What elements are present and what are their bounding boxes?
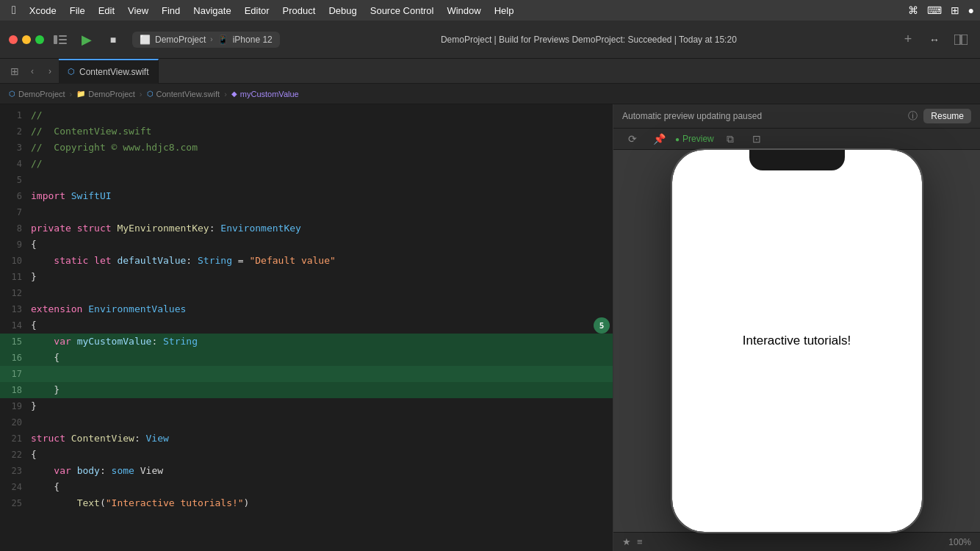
menu-debug[interactable]: Debug bbox=[323, 4, 362, 18]
folder-icon: 📁 bbox=[76, 90, 85, 98]
menu-find[interactable]: Find bbox=[156, 4, 186, 18]
line-content: static let defaultValue: String = "Defau… bbox=[31, 253, 613, 269]
zoom-value: 100% bbox=[948, 537, 971, 547]
breadcrumb-symbol[interactable]: ◆ myCustomValue bbox=[231, 90, 299, 98]
line-number: 6 bbox=[0, 188, 31, 204]
pin-icon[interactable]: 📌 bbox=[649, 129, 669, 149]
split-editor-button[interactable] bbox=[951, 29, 971, 50]
control-center-icon[interactable]: ⊞ bbox=[951, 4, 959, 16]
line-content bbox=[31, 414, 613, 431]
svg-rect-5 bbox=[962, 35, 968, 45]
line-content: // bbox=[31, 107, 613, 123]
tab-contentview-swift[interactable]: ⬡ ContentView.swift bbox=[59, 59, 159, 84]
tab-label: ContentView.swift bbox=[79, 67, 149, 77]
preview-bottom-bar: ★ ≡ 100% bbox=[613, 532, 980, 551]
wifi-icon: ⌘ bbox=[908, 4, 918, 16]
preview-status-text: Automatic preview updating paused bbox=[622, 111, 902, 121]
code-line: 6import SwiftUI bbox=[0, 188, 613, 204]
preview-bookmark-icon[interactable]: ★ bbox=[622, 536, 631, 547]
iphone-screen: Interactive tutorials! bbox=[672, 150, 922, 532]
code-line: 3// Copyright © www.hdjc8.com bbox=[0, 140, 613, 156]
code-line: 21struct ContentView: View bbox=[0, 431, 613, 447]
preview-panel: Automatic preview updating paused ⓘ Resu… bbox=[613, 104, 980, 551]
stop-button[interactable]: ■ bbox=[103, 29, 123, 50]
menu-window[interactable]: Window bbox=[441, 4, 486, 18]
menu-source-control[interactable]: Source Control bbox=[364, 4, 440, 18]
breadcrumb-project[interactable]: ⬡ DemoProject bbox=[9, 90, 65, 98]
menu-editor[interactable]: Editor bbox=[239, 4, 275, 18]
svg-rect-3 bbox=[59, 43, 67, 44]
build-status: DemoProject | Build for Previews DemoPro… bbox=[286, 35, 892, 45]
breadcrumb-file[interactable]: ⬡ ContentView.swift bbox=[147, 90, 220, 98]
line-number: 8 bbox=[0, 220, 31, 237]
line-content: { bbox=[31, 350, 613, 366]
line-content bbox=[31, 366, 613, 382]
line-content: private struct MyEnvironmentKey: Environ… bbox=[31, 220, 613, 237]
menu-file[interactable]: File bbox=[64, 4, 91, 18]
line-content: } bbox=[31, 382, 613, 398]
close-button[interactable] bbox=[9, 35, 18, 44]
code-line: 2// ContentView.swift bbox=[0, 123, 613, 140]
code-line: 20 bbox=[0, 414, 613, 431]
apple-menu[interactable]:  bbox=[6, 4, 22, 17]
svg-rect-4 bbox=[954, 35, 960, 45]
preview-list-icon[interactable]: ≡ bbox=[637, 536, 643, 547]
preview-toolbar: Automatic preview updating paused ⓘ Resu… bbox=[613, 104, 980, 129]
scheme-icon: ⬜ bbox=[140, 35, 151, 45]
code-editor[interactable]: 1//2// ContentView.swift3// Copyright © … bbox=[0, 104, 613, 551]
scheme-selector[interactable]: ⬜ DemoProject › 📱 iPhone 12 bbox=[132, 32, 280, 48]
device-rotate-icon[interactable]: ⟳ bbox=[622, 129, 643, 149]
line-content: var myCustomValue: String bbox=[31, 334, 613, 350]
iphone-frame: Interactive tutorials! bbox=[672, 150, 922, 532]
line-number: 17 bbox=[0, 366, 31, 382]
line-number: 15 bbox=[0, 334, 31, 350]
line-content: { bbox=[31, 479, 613, 495]
build-status-text: DemoProject | Build for Previews DemoPro… bbox=[441, 35, 737, 45]
menu-view[interactable]: View bbox=[122, 4, 154, 18]
line-content: var body: some View bbox=[31, 463, 613, 479]
line-number: 3 bbox=[0, 140, 31, 156]
line-content bbox=[31, 204, 613, 220]
code-line: 23 var body: some View bbox=[0, 463, 613, 479]
device-icon: 📱 bbox=[217, 35, 228, 45]
code-line: 12 bbox=[0, 285, 613, 301]
run-button[interactable]: ▶ bbox=[76, 29, 97, 50]
swift-file-icon: ⬡ bbox=[68, 67, 75, 76]
wifi-signal-icon: ⌨ bbox=[927, 4, 942, 16]
code-line: 17 bbox=[0, 366, 613, 382]
menu-navigate[interactable]: Navigate bbox=[187, 4, 237, 18]
preview-content: Interactive tutorials! bbox=[613, 150, 980, 532]
menu-bar:  Xcode File Edit View Find Navigate Edi… bbox=[0, 0, 980, 21]
code-line: 8private struct MyEnvironmentKey: Enviro… bbox=[0, 220, 613, 237]
code-line: 13extension EnvironmentValues bbox=[0, 301, 613, 317]
navigator-toggle[interactable]: ⊞ bbox=[6, 62, 24, 80]
line-number: 1 bbox=[0, 107, 31, 123]
svg-rect-1 bbox=[59, 35, 67, 37]
add-button[interactable]: + bbox=[898, 29, 918, 50]
code-line: 25 Text("Interactive tutorials!") bbox=[0, 495, 613, 511]
toolbar: ▶ ■ ⬜ DemoProject › 📱 iPhone 12 DemoProj… bbox=[0, 21, 980, 59]
sidebar-toggle-button[interactable] bbox=[50, 29, 71, 50]
menu-xcode[interactable]: Xcode bbox=[24, 4, 62, 18]
line-content: // Copyright © www.hdjc8.com bbox=[31, 140, 613, 156]
maximize-button[interactable] bbox=[35, 35, 44, 44]
menu-edit[interactable]: Edit bbox=[93, 4, 120, 18]
line-content bbox=[31, 172, 613, 188]
preview-info-icon[interactable]: ⓘ bbox=[908, 109, 918, 123]
line-number: 5 bbox=[0, 172, 31, 188]
menu-help[interactable]: Help bbox=[489, 4, 520, 18]
svg-rect-2 bbox=[59, 39, 67, 40]
preview-inspect-icon[interactable]: ⊡ bbox=[746, 129, 767, 149]
menu-product[interactable]: Product bbox=[277, 4, 322, 18]
layout-button[interactable]: ↔ bbox=[924, 29, 945, 50]
back-button[interactable]: ‹ bbox=[24, 62, 41, 80]
resume-button[interactable]: Resume bbox=[923, 109, 971, 123]
forward-button[interactable]: › bbox=[41, 62, 59, 80]
user-icon[interactable]: ● bbox=[968, 4, 974, 16]
line-number: 18 bbox=[0, 382, 31, 398]
line-content: struct ContentView: View bbox=[31, 431, 613, 447]
breadcrumb-folder[interactable]: 📁 DemoProject bbox=[76, 90, 135, 98]
minimize-button[interactable] bbox=[22, 35, 31, 44]
preview-layout-icon[interactable]: ⧉ bbox=[720, 129, 741, 149]
line-number: 16 bbox=[0, 350, 31, 366]
